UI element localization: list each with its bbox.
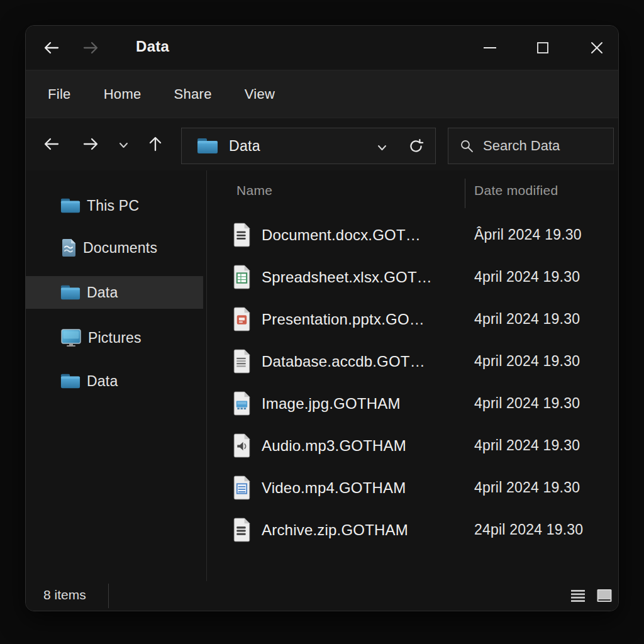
file-name: Document.docx.GOT… xyxy=(262,226,421,244)
forward-icon[interactable] xyxy=(82,39,99,57)
file-row[interactable]: Archive.zip.GOTHAM 24pil 2024 19.30 xyxy=(207,509,618,551)
items-count: 8 items xyxy=(43,587,86,602)
sidebar-item-label: Data xyxy=(87,284,118,301)
minimize-button[interactable] xyxy=(475,33,504,62)
sidebar-item-label: This PC xyxy=(87,197,139,214)
file-row[interactable]: Database.accdb.GOT… 4pril 2024 19.30 xyxy=(207,340,618,382)
file-audio-icon xyxy=(232,433,252,458)
navigation-toolbar: Data xyxy=(26,118,618,170)
search-box[interactable] xyxy=(448,128,614,164)
search-icon xyxy=(459,138,474,153)
file-list-pane: Name Date modified Document.docx.GOT… Âp… xyxy=(207,170,618,581)
file-video-icon xyxy=(232,475,252,500)
sidebar-item-documents[interactable]: Documents xyxy=(26,231,203,264)
chevron-down-icon[interactable] xyxy=(377,143,387,150)
sidebar-item-data-selected[interactable]: Data xyxy=(26,276,203,309)
folder-icon xyxy=(60,372,80,390)
file-date-modified: 4pril 2024 19.30 xyxy=(474,353,580,370)
file-date-modified: 4pril 2024 19.30 xyxy=(474,395,580,412)
main-area: This PC Documents Data Pictures xyxy=(26,170,618,581)
file-name: Database.accdb.GOT… xyxy=(262,353,425,370)
file-date-modified: 24pil 2024 19.30 xyxy=(474,521,583,538)
menu-share[interactable]: Share xyxy=(174,86,212,103)
thumbnail-view-icon[interactable] xyxy=(595,586,613,604)
file-row[interactable]: Audio.mp3.GOTHAM 4pril 2024 19.30 xyxy=(207,425,618,467)
column-header-date-modified[interactable]: Date modified xyxy=(474,183,558,198)
file-row[interactable]: Document.docx.GOT… Âpril 2024 19.30 xyxy=(207,214,618,256)
sidebar-item-this-pc[interactable]: This PC xyxy=(26,189,203,222)
sidebar-item-label: Data xyxy=(87,373,118,390)
back-icon[interactable] xyxy=(43,135,60,153)
details-view-icon[interactable] xyxy=(569,586,587,604)
window-title: Data xyxy=(136,38,169,55)
chevron-down-icon[interactable] xyxy=(119,140,128,147)
forward-icon[interactable] xyxy=(82,135,99,153)
file-image-icon xyxy=(232,391,252,416)
status-divider xyxy=(108,584,109,608)
address-location: Data xyxy=(229,138,260,155)
search-input[interactable] xyxy=(482,137,613,155)
file-row[interactable]: Spreadsheet.xlsx.GOT… 4pril 2024 19.30 xyxy=(207,256,618,298)
file-archive-icon xyxy=(232,518,252,542)
file-date-modified: 4pril 2024 19.30 xyxy=(474,311,580,328)
file-name: Spreadsheet.xlsx.GOT… xyxy=(262,269,432,286)
file-name: Image.jpg.GOTHAM xyxy=(262,395,401,413)
up-icon[interactable] xyxy=(147,135,164,153)
sidebar-item-data-2[interactable]: Data xyxy=(26,365,203,397)
back-icon[interactable] xyxy=(43,39,60,57)
folder-icon xyxy=(197,137,218,155)
folder-icon xyxy=(60,197,80,214)
menu-home[interactable]: Home xyxy=(104,86,142,103)
sidebar-item-label: Pictures xyxy=(88,330,142,347)
file-spreadsheet-icon xyxy=(232,265,252,289)
file-row[interactable]: Video.mp4.GOTHAM 4pril 2024 19.30 xyxy=(207,467,618,509)
file-date-modified: 4pril 2024 19.30 xyxy=(474,479,580,496)
menu-view[interactable]: View xyxy=(245,86,275,103)
file-row[interactable]: Presentation.pptx.GO… 4pril 2024 19.30 xyxy=(207,298,618,340)
file-name: Presentation.pptx.GO… xyxy=(262,311,425,328)
file-name: Video.mp4.GOTHAM xyxy=(262,479,406,497)
file-database-icon xyxy=(232,349,252,374)
close-button[interactable] xyxy=(582,33,611,62)
file-name: Audio.mp3.GOTHAM xyxy=(262,437,406,455)
title-bar: Data xyxy=(26,26,618,70)
maximize-button[interactable] xyxy=(528,33,557,62)
document-icon xyxy=(60,238,77,257)
status-bar: 8 items xyxy=(26,581,618,611)
pictures-icon xyxy=(60,328,82,347)
navigation-sidebar: This PC Documents Data Pictures xyxy=(26,170,206,581)
address-bar[interactable]: Data xyxy=(181,128,436,164)
sidebar-item-label: Documents xyxy=(83,240,157,257)
file-explorer-window: Data File Home Share View xyxy=(25,25,619,611)
file-date-modified: 4pril 2024 19.30 xyxy=(474,269,580,286)
file-date-modified: Âpril 2024 19.30 xyxy=(474,226,582,243)
folder-icon xyxy=(60,284,80,301)
refresh-icon[interactable] xyxy=(408,138,425,155)
file-document-icon xyxy=(232,223,252,247)
menu-bar: File Home Share View xyxy=(26,70,618,118)
sidebar-item-pictures[interactable]: Pictures xyxy=(26,321,203,354)
file-date-modified: 4pril 2024 19.30 xyxy=(474,437,580,454)
file-name: Archive.zip.GOTHAM xyxy=(262,521,408,539)
column-divider[interactable] xyxy=(465,179,465,208)
file-presentation-icon xyxy=(232,307,252,331)
file-row[interactable]: Image.jpg.GOTHAM 4pril 2024 19.30 xyxy=(207,382,618,425)
menu-file[interactable]: File xyxy=(48,86,71,103)
column-header-name[interactable]: Name xyxy=(236,183,272,198)
